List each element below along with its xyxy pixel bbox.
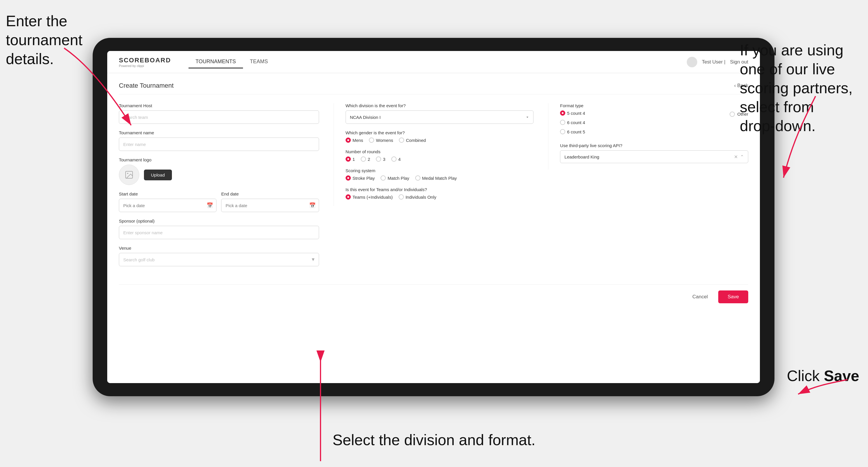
scoring-medal-radio[interactable] [415, 176, 421, 181]
division-group: Which division is the event for? NCAA Di… [346, 103, 534, 124]
teams-individuals-radio[interactable] [399, 194, 404, 199]
division-wrap: NCAA Division I [346, 111, 534, 124]
gender-mens-radio[interactable] [346, 137, 351, 143]
name-input[interactable] [119, 137, 319, 151]
navbar: SCOREBOARD Powered by clippi TOURNAMENTS… [107, 51, 760, 73]
cancel-button[interactable]: Cancel [686, 291, 714, 303]
teams-individuals[interactable]: Individuals Only [399, 194, 436, 199]
api-value: Leaderboard King [564, 154, 599, 159]
page-title: Create Tournament [119, 82, 174, 89]
main-content: Create Tournament ‹ Back Tournament Host… [107, 73, 760, 383]
scoring-radio-group: Stroke Play Match Play Medal Match Play [346, 176, 534, 181]
scoring-match[interactable]: Match Play [380, 176, 409, 181]
host-label: Tournament Host [119, 103, 319, 108]
col3: Format type 5 count 4 [548, 103, 748, 169]
nav-links: TOURNAMENTS TEAMS [188, 56, 275, 68]
format-label: Format type [560, 103, 748, 108]
annotation-bottomright-prefix: Click [787, 367, 824, 384]
format-5c4-radio[interactable] [560, 111, 565, 116]
gender-combined[interactable]: Combined [399, 137, 426, 143]
round-3[interactable]: 3 [376, 156, 385, 162]
svg-point-1 [127, 173, 128, 174]
tablet-frame: SCOREBOARD Powered by clippi TOURNAMENTS… [93, 38, 774, 396]
host-input[interactable] [119, 111, 319, 124]
form-columns: Tournament Host Tournament name Tourname… [119, 103, 748, 273]
rounds-group: Number of rounds 1 2 [346, 149, 534, 162]
api-label: Use third-party live scoring API? [560, 143, 748, 148]
logo-group: Tournament logo Upload [119, 157, 319, 185]
format-6c4-radio[interactable] [560, 120, 565, 125]
teams-radio-group: Teams (+Individuals) Individuals Only [346, 194, 534, 199]
start-date-label: Start date [119, 191, 216, 196]
venue-group: Venue ▼ [119, 246, 319, 266]
format-5c4[interactable]: 5 count 4 [560, 111, 585, 116]
gender-combined-radio[interactable] [399, 137, 404, 143]
other-radio[interactable] [730, 112, 735, 117]
round-1-radio[interactable] [346, 156, 351, 162]
nav-logo: SCOREBOARD Powered by clippi [119, 57, 171, 68]
annotation-bottomcenter: Select the division and format. [333, 431, 535, 449]
api-actions: ✕ ⌃ [734, 154, 744, 160]
round-3-radio[interactable] [376, 156, 381, 162]
scoring-medal[interactable]: Medal Match Play [415, 176, 457, 181]
scoring-stroke-label: Stroke Play [352, 176, 375, 181]
date-row: Start date 📅 End date 📅 [119, 191, 319, 212]
teams-individuals-label: Individuals Only [406, 195, 436, 199]
gender-womens[interactable]: Womens [369, 137, 393, 143]
api-select-box[interactable]: Leaderboard King ✕ ⌃ [560, 150, 748, 163]
round-1-label: 1 [352, 157, 355, 162]
gender-mens[interactable]: Mens [346, 137, 363, 143]
nav-teams[interactable]: TEAMS [243, 56, 275, 68]
format-6c4[interactable]: 6 count 4 [560, 120, 585, 125]
scoring-group: Scoring system Stroke Play Match Play [346, 168, 534, 181]
col1: Tournament Host Tournament name Tourname… [119, 103, 319, 273]
calendar-icon-end: 📅 [309, 202, 315, 209]
format-6c5[interactable]: 6 count 5 [560, 129, 585, 134]
sponsor-label: Sponsor (optional) [119, 218, 319, 223]
start-date-group: Start date 📅 [119, 191, 216, 212]
round-4[interactable]: 4 [391, 156, 401, 162]
nav-tournaments[interactable]: TOURNAMENTS [188, 56, 243, 68]
venue-wrap: ▼ [119, 253, 319, 266]
save-button[interactable]: Save [718, 290, 748, 303]
end-date-input[interactable] [221, 199, 319, 212]
gender-womens-radio[interactable] [369, 137, 374, 143]
format-left: 5 count 4 6 count 4 6 count 5 [560, 111, 585, 134]
scoring-stroke-radio[interactable] [346, 176, 351, 181]
format-options: 5 count 4 6 count 4 6 count 5 [560, 111, 748, 134]
user-label: Test User | [702, 59, 725, 65]
logo-upload: Upload [119, 165, 319, 185]
api-clear-icon[interactable]: ✕ [734, 154, 738, 160]
start-date-input[interactable] [119, 199, 216, 212]
annotation-topright: If you are usingone of our livescoring p… [740, 41, 862, 135]
form-footer: Cancel Save [119, 284, 748, 303]
division-select[interactable]: NCAA Division I [346, 111, 534, 124]
scoring-stroke[interactable]: Stroke Play [346, 176, 375, 181]
gender-womens-label: Womens [376, 138, 393, 143]
nav-right: Test User | Sign out [687, 57, 748, 67]
format-5c4-label: 5 count 4 [567, 111, 585, 116]
annotation-bottomright: Click Save [787, 367, 859, 385]
round-2-radio[interactable] [361, 156, 366, 162]
logo-sub: Powered by clippi [119, 64, 171, 68]
venue-input[interactable] [119, 253, 319, 266]
teams-group: Is this event for Teams and/or Individua… [346, 187, 534, 199]
teams-label: Is this event for Teams and/or Individua… [346, 187, 534, 192]
round-4-label: 4 [398, 157, 401, 162]
format-6c5-radio[interactable] [560, 129, 565, 134]
format-6c5-label: 6 count 5 [567, 129, 585, 134]
teams-teams-radio[interactable] [346, 194, 351, 199]
teams-teams[interactable]: Teams (+Individuals) [346, 194, 393, 199]
round-1[interactable]: 1 [346, 156, 355, 162]
round-4-radio[interactable] [391, 156, 397, 162]
round-2[interactable]: 2 [361, 156, 370, 162]
calendar-icon-start: 📅 [207, 202, 213, 209]
venue-label: Venue [119, 246, 319, 251]
sponsor-input[interactable] [119, 226, 319, 239]
scoring-match-radio[interactable] [380, 176, 386, 181]
api-select-wrap: Leaderboard King ✕ ⌃ [560, 150, 748, 163]
dates-group: Start date 📅 End date 📅 [119, 191, 319, 212]
api-chevron-icon[interactable]: ⌃ [740, 154, 744, 160]
upload-button[interactable]: Upload [144, 169, 172, 180]
format-main-row: 5 count 4 6 count 4 6 count 5 [560, 111, 748, 134]
